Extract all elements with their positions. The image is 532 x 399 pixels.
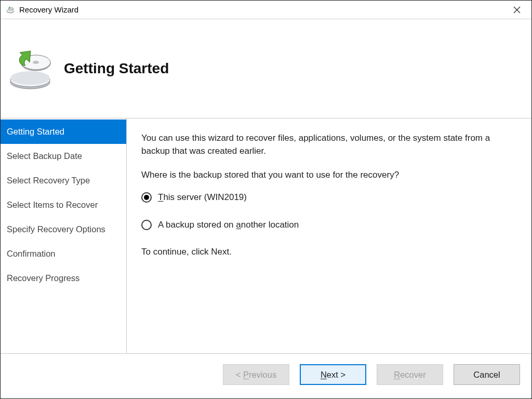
titlebar: Recovery Wizard [1, 1, 531, 19]
step-getting-started[interactable]: Getting Started [1, 119, 126, 144]
question-text: Where is the backup stored that you want… [141, 169, 516, 182]
recovery-large-icon [7, 44, 57, 94]
previous-button: < Previous [223, 364, 289, 385]
page-title: Getting Started [64, 60, 169, 77]
window-title: Recovery Wizard [19, 5, 78, 14]
recovery-wizard-window: Recovery Wizard Getting Started G [0, 0, 532, 399]
next-button[interactable]: Next > [300, 364, 366, 385]
step-recovery-progress: Recovery Progress [1, 266, 126, 290]
radio-label: This server (WIN2019) [158, 191, 247, 204]
radio-another-location[interactable]: A backup stored on another location [141, 219, 516, 232]
close-icon [513, 6, 521, 14]
step-select-recovery-type: Select Recovery Type [1, 168, 126, 193]
step-confirmation: Confirmation [1, 242, 126, 266]
continue-text: To continue, click Next. [141, 246, 516, 259]
svg-point-7 [10, 71, 50, 85]
radio-icon [141, 192, 152, 203]
app-icon [6, 5, 15, 15]
wizard-body: Getting Started Select Backup Date Selec… [1, 118, 531, 353]
recover-button: Recover [377, 364, 443, 385]
close-button[interactable] [507, 3, 527, 17]
radio-icon [141, 220, 152, 230]
step-select-items-to-recover: Select Items to Recover [1, 193, 126, 217]
radio-label: A backup stored on another location [158, 219, 299, 232]
wizard-header: Getting Started [1, 19, 531, 118]
intro-text: You can use this wizard to recover files… [141, 132, 516, 157]
step-select-backup-date: Select Backup Date [1, 144, 126, 168]
step-specify-recovery-options: Specify Recovery Options [1, 217, 126, 242]
wizard-steps-sidebar: Getting Started Select Backup Date Selec… [1, 118, 126, 353]
wizard-content: You can use this wizard to recover files… [127, 118, 531, 353]
svg-point-10 [33, 61, 39, 64]
radio-this-server[interactable]: This server (WIN2019) [141, 191, 516, 204]
wizard-footer: < Previous Next > Recover Cancel [1, 353, 531, 398]
cancel-button[interactable]: Cancel [454, 364, 520, 385]
